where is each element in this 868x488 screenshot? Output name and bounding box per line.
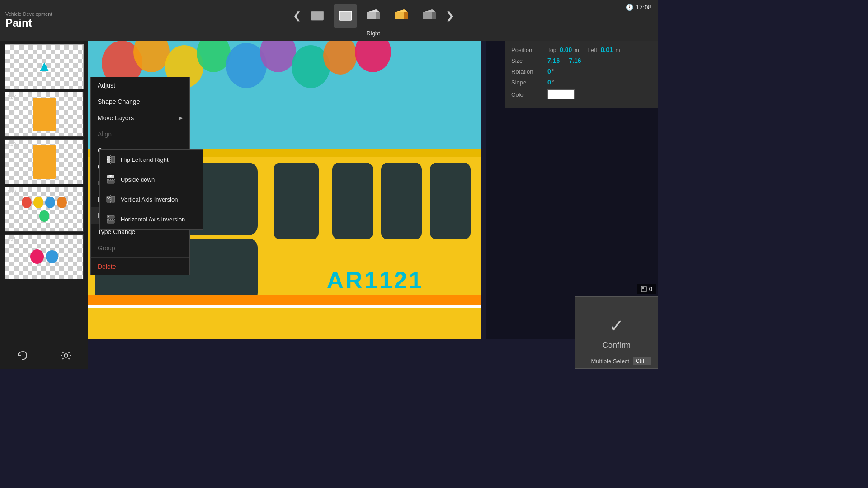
toolbar-icon-2[interactable] bbox=[334, 4, 357, 28]
submenu-item-horizontal-axis-label: Horizontal Axis Inversion bbox=[121, 216, 185, 223]
toolbar-icons: ❮ bbox=[293, 4, 454, 28]
sidebar-item-selected[interactable] bbox=[5, 44, 84, 89]
top-label: Top bbox=[547, 47, 556, 53]
horizontal-axis-icon bbox=[105, 214, 116, 225]
menu-item-shape-change[interactable]: Shape Change bbox=[91, 94, 189, 110]
svg-rect-19 bbox=[111, 156, 115, 163]
slope-label: Slope bbox=[511, 79, 547, 86]
position-row: Position Top 0.00 m Left 0.01 m bbox=[511, 46, 651, 53]
white-strip bbox=[88, 305, 481, 308]
toolbar-view-label: Right bbox=[366, 30, 380, 37]
toolbar-icon-5[interactable] bbox=[418, 4, 441, 28]
menu-item-move-layers[interactable]: Move Layers ▶ bbox=[91, 110, 189, 126]
svg-rect-23 bbox=[107, 180, 114, 183]
top-toolbar: Vehicle Development Paint ❮ bbox=[0, 0, 658, 41]
svg-marker-7 bbox=[367, 9, 380, 12]
toolbar-prev-arrow[interactable]: ❮ bbox=[293, 10, 301, 22]
vertical-axis-icon bbox=[105, 194, 116, 205]
svg-rect-26 bbox=[107, 196, 110, 202]
slope-value: 0 bbox=[547, 79, 551, 86]
size-row: Size 7.16 7.16 bbox=[511, 57, 651, 64]
menu-item-move-layers-label: Move Layers bbox=[98, 114, 134, 122]
flip-lr-icon bbox=[105, 154, 116, 165]
menu-item-group-label: Group bbox=[98, 244, 115, 252]
layer-icon bbox=[641, 286, 647, 292]
settings-button[interactable] bbox=[55, 345, 77, 366]
right-windows bbox=[274, 163, 319, 239]
menu-arrow-move-layers: ▶ bbox=[179, 115, 183, 121]
rotation-unit: ° bbox=[552, 68, 554, 75]
window-far-1 bbox=[332, 163, 373, 239]
train-number: AR1121 bbox=[327, 267, 424, 294]
svg-marker-16 bbox=[40, 62, 49, 71]
app-title-area: Vehicle Development Paint bbox=[0, 8, 88, 33]
sidebar-item-030[interactable]: 030 bbox=[5, 187, 84, 232]
size-w-value: 7.16 bbox=[547, 57, 560, 64]
submenu-item-upside-down[interactable]: Upside down bbox=[100, 169, 203, 189]
svg-marker-15 bbox=[423, 9, 436, 12]
slope-row: Slope 0 ° bbox=[511, 79, 651, 86]
window-far-2 bbox=[381, 163, 422, 239]
multiple-select-shortcut: Ctrl + bbox=[633, 357, 651, 365]
submenu-item-horizontal-axis[interactable]: Horizontal Axis Inversion bbox=[100, 209, 203, 229]
submenu-inversion: Flip Left and Right Upside down Vertical… bbox=[99, 149, 203, 230]
sidebar-item-028[interactable]: 028 bbox=[5, 92, 84, 137]
sidebar-item-content-4 bbox=[5, 187, 83, 231]
multiple-select-hint: Multiple Select Ctrl + bbox=[591, 357, 651, 365]
layer-count-value: 0 bbox=[649, 286, 652, 292]
submenu-item-flip-lr[interactable]: Flip Left and Right bbox=[100, 150, 203, 169]
undo-button[interactable] bbox=[11, 345, 33, 366]
svg-rect-2 bbox=[339, 11, 352, 20]
multiple-select-label: Multiple Select bbox=[591, 358, 629, 365]
left-unit: m bbox=[615, 47, 620, 53]
menu-item-group: Group bbox=[91, 240, 189, 256]
menu-item-align-label: Align bbox=[98, 131, 112, 138]
menu-divider bbox=[91, 257, 189, 258]
upside-down-icon bbox=[105, 174, 116, 185]
sidebar-item-031[interactable]: 031 bbox=[5, 234, 84, 279]
confirm-label: Confirm bbox=[602, 341, 631, 350]
rotation-row: Rotation 0 ° bbox=[511, 68, 651, 75]
submenu-item-vertical-axis[interactable]: Vertical Axis Inversion bbox=[100, 189, 203, 209]
menu-item-delete[interactable]: Delete bbox=[91, 258, 189, 275]
window-small-1 bbox=[274, 163, 319, 239]
svg-rect-37 bbox=[642, 287, 644, 289]
top-value: 0.00 bbox=[560, 46, 572, 53]
toolbar-icon-4[interactable] bbox=[390, 4, 413, 28]
menu-item-align: Align bbox=[91, 126, 189, 142]
time-value: 17:08 bbox=[636, 4, 651, 11]
size-h-value: 7.16 bbox=[569, 57, 581, 64]
menu-item-adjust-label: Adjust bbox=[98, 82, 115, 89]
color-swatch[interactable] bbox=[547, 89, 575, 99]
window-far-3 bbox=[430, 163, 471, 239]
sidebar-item-content-1 bbox=[5, 45, 83, 89]
toolbar-next-arrow[interactable]: ❯ bbox=[446, 10, 454, 22]
submenu-item-upside-down-label: Upside down bbox=[121, 176, 155, 183]
rotation-label: Rotation bbox=[511, 68, 547, 75]
menu-item-shape-change-label: Shape Change bbox=[98, 98, 140, 105]
svg-marker-11 bbox=[395, 9, 408, 12]
rotation-value: 0 bbox=[547, 68, 551, 75]
position-values: Top 0.00 m Left 0.01 m bbox=[547, 46, 651, 53]
sidebar-item-029[interactable]: 029 bbox=[5, 139, 84, 184]
svg-rect-0 bbox=[311, 11, 324, 20]
sidebar-item-content-2 bbox=[5, 92, 83, 136]
clock-icon: 🕐 bbox=[626, 4, 633, 11]
menu-item-delete-label: Delete bbox=[98, 263, 116, 270]
left-value: 0.01 bbox=[601, 46, 613, 53]
layer-count: 0 bbox=[637, 284, 656, 294]
toolbar-icon-1[interactable] bbox=[306, 4, 329, 28]
menu-item-adjust[interactable]: Adjust bbox=[91, 77, 189, 94]
position-label: Position bbox=[511, 47, 547, 53]
properties-panel: Position Top 0.00 m Left 0.01 m Size 7.1… bbox=[505, 41, 658, 108]
balloon-orange2 bbox=[323, 41, 357, 75]
top-unit: m bbox=[575, 47, 579, 53]
left-label: Left bbox=[588, 47, 597, 53]
app-title: Paint bbox=[5, 17, 83, 29]
toolbar-icon-3[interactable] bbox=[362, 4, 385, 28]
balloon-pink bbox=[355, 41, 391, 72]
size-label: Size bbox=[511, 57, 547, 64]
submenu-item-flip-lr-label: Flip Left and Right bbox=[121, 156, 169, 163]
color-row: Color bbox=[511, 89, 651, 99]
orange-strip bbox=[88, 295, 481, 305]
